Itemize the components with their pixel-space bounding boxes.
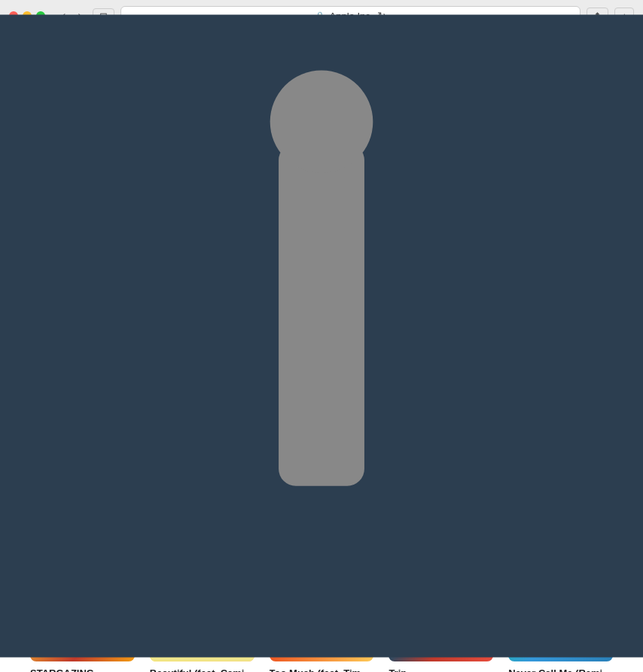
album-cover [270,341,374,445]
new-music-section: New Music 1 - 5 of 25 View More ASTROWOR… [30,309,613,476]
list-item[interactable]: Swimming Mac Miller [270,341,374,476]
svg-rect-1 [279,341,364,445]
new-music-grid: ASTROWORLD Travis Scott STAY DANGEROUS Y… [30,341,613,476]
